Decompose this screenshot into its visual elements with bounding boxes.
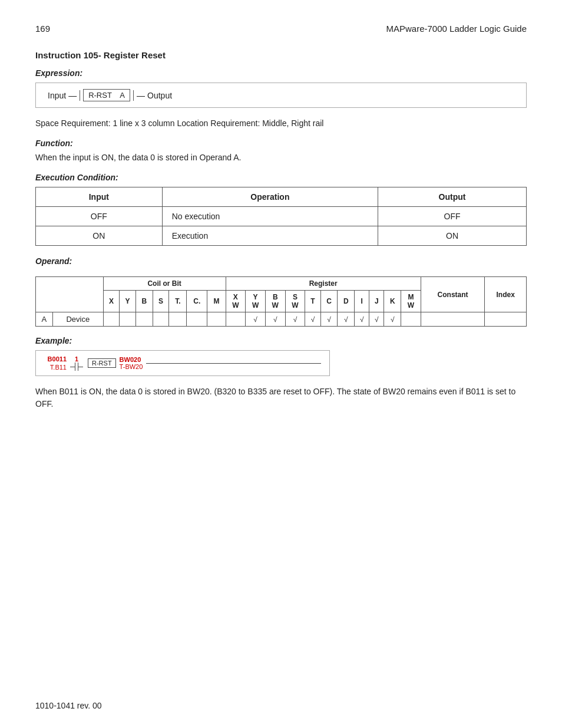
expr-input: Input (48, 91, 66, 100)
col-m: M (207, 291, 226, 312)
instruction-title: Instruction 105- Register Reset (35, 50, 527, 60)
function-text: When the input is ON, the data 0 is stor… (35, 153, 527, 162)
a-t2: √ (305, 312, 320, 327)
expression-box: Input — R-RST A — Output (35, 83, 527, 108)
exec-input-off: OFF (36, 207, 163, 226)
exec-input-on: ON (36, 226, 163, 246)
operand-coil-header: Coil or Bit (103, 277, 226, 291)
exec-header-output: Output (378, 187, 527, 207)
col-i: I (355, 291, 369, 312)
function-label: Function: (35, 139, 527, 148)
operand-row-a: A Device √ √ √ √ √ √ √ √ √ (36, 312, 527, 327)
a-yw: √ (246, 312, 266, 327)
a-index (485, 312, 527, 327)
operand-label: Operand: (35, 256, 527, 266)
col-s: S (153, 291, 169, 312)
a-c (187, 312, 207, 327)
operand-table: Coil or Bit Register Constant Index X Y … (35, 276, 527, 327)
example-diagram: B0011 T.B11 1 R-RST BW020 T-BW20 (35, 350, 330, 376)
execution-label: Execution Condition: (35, 173, 527, 182)
a-b (135, 312, 153, 327)
expr-dash2: — (137, 91, 145, 100)
line-before-contact (70, 367, 75, 367)
a-c2: √ (320, 312, 338, 327)
a-m (207, 312, 226, 327)
col-mw: MW (401, 291, 421, 312)
expr-dash1: — (68, 91, 77, 100)
col-c2: C (320, 291, 338, 312)
page-title: MAPware-7000 Ladder Logic Guide (386, 24, 527, 34)
execution-table: Input Operation Output OFF No execution … (35, 187, 527, 246)
a-i: √ (355, 312, 369, 327)
exec-row-on: ON Execution ON (36, 226, 527, 246)
explanation-text: When B011 is ON, the data 0 is stored in… (35, 386, 527, 410)
a-bw: √ (265, 312, 285, 327)
a-mw (401, 312, 421, 327)
col-yw: YW (246, 291, 266, 312)
expr-output: Output (147, 91, 172, 100)
example-label: Example: (35, 336, 527, 345)
expr-bracket-left-line (80, 90, 80, 101)
expression-diagram: Input — R-RST A — Output (48, 89, 172, 101)
example-row-num: 1 (70, 355, 83, 371)
operand-register-header: Register (226, 277, 421, 291)
operand-label-a: A (36, 312, 53, 327)
contact-bar-left (75, 363, 75, 371)
col-x: X (103, 291, 120, 312)
col-k: K (384, 291, 401, 312)
exec-operation-off: No execution (162, 207, 378, 226)
example-row-number: 1 (75, 355, 78, 363)
expression-label: Expression: (35, 68, 527, 78)
exec-output-off: OFF (378, 207, 527, 226)
operand-index-header: Index (485, 277, 527, 312)
a-xw (226, 312, 246, 327)
a-t (169, 312, 187, 327)
line-after-contact (78, 367, 83, 367)
page-footer: 1010-1041 rev. 00 (35, 701, 102, 710)
col-c: C. (187, 291, 207, 312)
exec-output-on: ON (378, 226, 527, 246)
a-sw: √ (285, 312, 305, 327)
operand-name-device: Device (52, 312, 103, 327)
a-const (421, 312, 484, 327)
col-t2: T (305, 291, 320, 312)
col-t: T. (169, 291, 187, 312)
example-rst-block: R-RST (88, 358, 116, 368)
col-sw: SW (285, 291, 305, 312)
exec-row-off: OFF No execution OFF (36, 207, 527, 226)
a-d: √ (338, 312, 355, 327)
col-b: B (135, 291, 153, 312)
example-t-b11: T.B11 (50, 364, 67, 371)
page-header: 169 MAPware-7000 Ladder Logic Guide (35, 24, 527, 34)
page-number: 169 (35, 24, 50, 34)
example-long-line (146, 363, 321, 364)
expr-block: R-RST A (83, 89, 130, 101)
operand-constant-header: Constant (421, 277, 484, 312)
example-output-labels: BW020 T-BW20 (120, 356, 143, 370)
expr-bracket-right-line (133, 90, 134, 101)
a-j: √ (369, 312, 384, 327)
exec-operation-on: Execution (162, 226, 378, 246)
exec-header-operation: Operation (162, 187, 378, 207)
exec-header-input: Input (36, 187, 163, 207)
col-d: D (338, 291, 355, 312)
space-requirement: Space Requirement: 1 line x 3 column Loc… (35, 118, 527, 128)
operand-empty (36, 277, 104, 312)
col-y: Y (120, 291, 136, 312)
col-j: J (369, 291, 384, 312)
example-left-labels: B0011 T.B11 (44, 355, 67, 371)
example-b0011: B0011 (48, 355, 67, 363)
a-s (153, 312, 169, 327)
example-contact (70, 363, 83, 371)
example-t-bw20: T-BW20 (120, 363, 143, 370)
example-bw020: BW020 (120, 356, 143, 363)
col-xw: XW (226, 291, 246, 312)
col-bw: BW (265, 291, 285, 312)
a-k: √ (384, 312, 401, 327)
a-x (103, 312, 120, 327)
a-y (120, 312, 136, 327)
